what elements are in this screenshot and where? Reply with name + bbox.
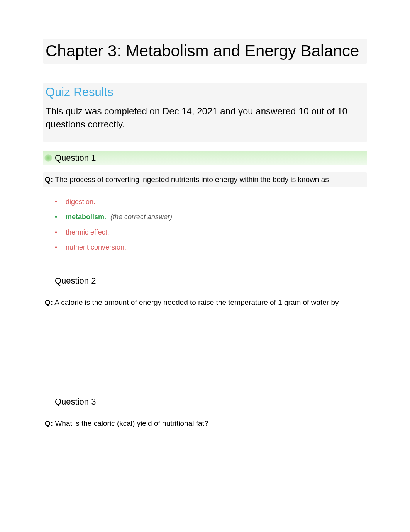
quiz-results-heading: Quiz Results	[43, 84, 367, 101]
question-block: Question 2 Q: A calorie is the amount of…	[43, 274, 367, 379]
question-block: Question 3 Q: What is the caloric (kcal)…	[43, 394, 367, 500]
answer-text: metabolism.	[66, 213, 106, 221]
answer-option: nutrient conversion.	[66, 240, 367, 255]
correct-answer-note: (the correct answer)	[110, 213, 172, 221]
question-text: A calorie is the amount of energy needed…	[54, 298, 339, 306]
question-prompt: Q: A calorie is the amount of energy nee…	[43, 295, 367, 310]
answer-placeholder	[43, 438, 367, 500]
answer-list: digestion. metabolism. (the correct answ…	[43, 194, 367, 255]
chapter-title: Chapter 3: Metabolism and Energy Balance	[43, 39, 367, 64]
answer-text: digestion.	[66, 198, 95, 206]
question-text: The process of converting ingested nutri…	[55, 175, 329, 184]
question-heading: Question 3	[43, 394, 367, 409]
quiz-summary-text: This quiz was completed on Dec 14, 2021 …	[43, 103, 367, 133]
question-block: Question 1 Q: The process of converting …	[43, 151, 367, 255]
question-text: What is the caloric (kcal) yield of nutr…	[55, 419, 208, 427]
question-heading: Question 2	[43, 274, 367, 288]
answer-text: thermic effect.	[66, 228, 109, 236]
q-label: Q:	[45, 298, 53, 306]
q-label: Q:	[45, 419, 53, 427]
question-prompt: Q: The process of converting ingested nu…	[43, 172, 367, 187]
results-summary-block: Quiz Results This quiz was completed on …	[43, 83, 367, 143]
answer-option: thermic effect.	[66, 225, 367, 240]
answer-option: metabolism. (the correct answer)	[66, 209, 367, 224]
answer-placeholder	[43, 317, 367, 379]
q-label: Q:	[45, 175, 53, 184]
answer-option: digestion.	[66, 194, 367, 209]
answer-text: nutrient conversion.	[66, 243, 126, 251]
question-prompt: Q: What is the caloric (kcal) yield of n…	[43, 416, 367, 431]
question-heading: Question 1	[43, 151, 367, 165]
